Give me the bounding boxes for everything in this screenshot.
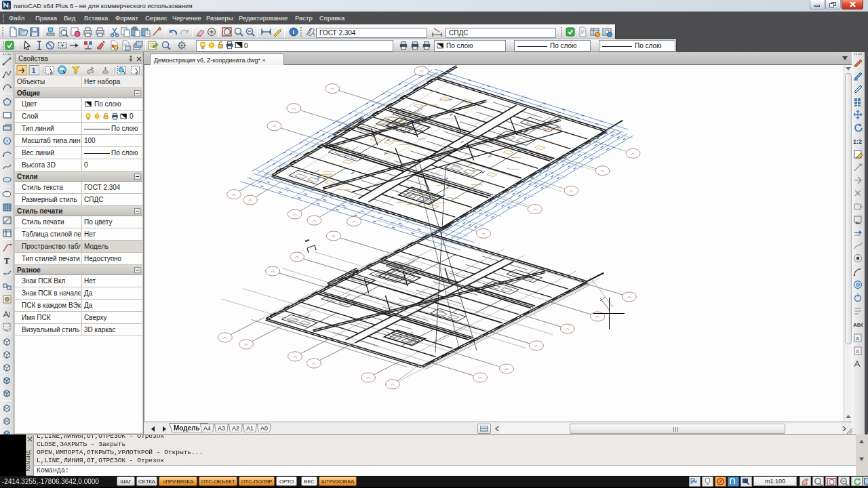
svg-text:1: 1 [32, 66, 36, 75]
svg-text:ABC: ABC [853, 322, 863, 328]
svg-text:A: A [856, 348, 860, 354]
svg-text:A: A [856, 336, 860, 342]
svg-text:T: T [4, 256, 9, 266]
svg-text:1:2: 1:2 [853, 138, 862, 145]
